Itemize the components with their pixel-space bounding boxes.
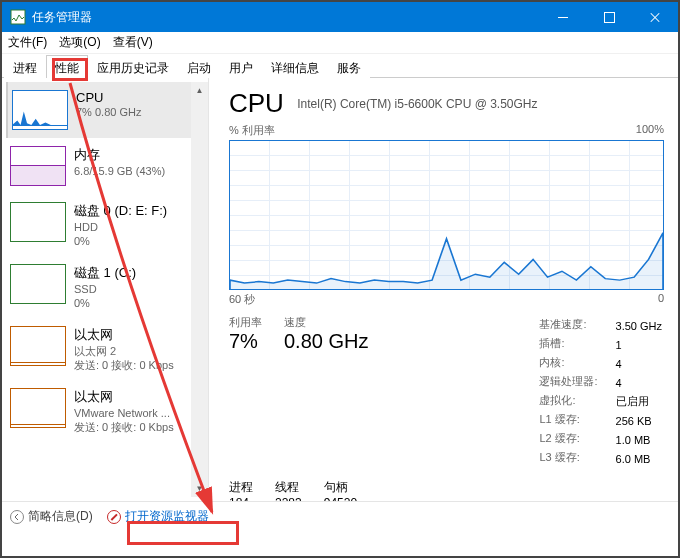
- proc-label: 进程: [229, 479, 253, 496]
- tab-app-history[interactable]: 应用历史记录: [88, 55, 178, 78]
- disk1-sub1: SSD: [74, 282, 136, 296]
- spec-table: 基准速度:3.50 GHz 插槽:1 内核:4 逻辑处理器:4 虚拟化:已启用 …: [537, 315, 664, 469]
- tab-startup[interactable]: 启动: [178, 55, 220, 78]
- memory-thumb-icon: [10, 146, 66, 186]
- scroll-up-icon[interactable]: ▲: [191, 82, 208, 99]
- eth0-title: 以太网: [74, 326, 174, 344]
- resource-monitor-icon: [107, 510, 121, 524]
- chart-ymax: 100%: [636, 123, 664, 138]
- util-label: 利用率: [229, 315, 262, 330]
- page-title: CPU: [229, 88, 284, 119]
- open-resource-monitor-link[interactable]: 打开资源监视器: [107, 508, 209, 525]
- speed-label: 速度: [284, 315, 368, 330]
- eth1-title: 以太网: [74, 388, 174, 406]
- disk-thumb-icon: [10, 264, 66, 304]
- ethernet-thumb-icon: [10, 326, 66, 366]
- chart-xrange: 60 秒: [229, 292, 255, 307]
- thread-value: 2283: [275, 496, 302, 501]
- tabs: 进程 性能 应用历史记录 启动 用户 详细信息 服务: [2, 54, 678, 78]
- util-value: 7%: [229, 330, 262, 353]
- eth0-sub2: 发送: 0 接收: 0 Kbps: [74, 358, 174, 372]
- eth1-sub2: 发送: 0 接收: 0 Kbps: [74, 420, 174, 434]
- chevron-icon: [10, 510, 24, 524]
- memory-title: 内存: [74, 146, 165, 164]
- handle-label: 句柄: [324, 479, 357, 496]
- sidebar-item-cpu[interactable]: CPU 7% 0.80 GHz: [6, 82, 208, 138]
- sidebar-item-eth0[interactable]: 以太网 以太网 2 发送: 0 接收: 0 Kbps: [6, 318, 208, 380]
- cpu-sub: 7% 0.80 GHz: [76, 105, 141, 119]
- chart-xend: 0: [658, 292, 664, 307]
- scroll-down-icon[interactable]: ▼: [191, 480, 208, 497]
- close-button[interactable]: [632, 2, 678, 32]
- disk-thumb-icon: [10, 202, 66, 242]
- maximize-button[interactable]: [586, 2, 632, 32]
- tab-details[interactable]: 详细信息: [262, 55, 328, 78]
- proc-value: 184: [229, 496, 253, 501]
- fewer-details-button[interactable]: 简略信息(D): [10, 508, 93, 525]
- cpu-model: Intel(R) Core(TM) i5-6600K CPU @ 3.50GHz: [297, 97, 537, 111]
- cpu-chart: [229, 140, 664, 290]
- disk0-title: 磁盘 0 (D: E: F:): [74, 202, 167, 220]
- sidebar-item-memory[interactable]: 内存 6.8/15.9 GB (43%): [6, 138, 208, 194]
- sidebar-item-eth1[interactable]: 以太网 VMware Network ... 发送: 0 接收: 0 Kbps: [6, 380, 208, 442]
- disk0-sub2: 0%: [74, 234, 167, 248]
- sidebar: CPU 7% 0.80 GHz 内存 6.8/15.9 GB (43%) 磁盘 …: [2, 78, 209, 501]
- eth0-sub1: 以太网 2: [74, 344, 174, 358]
- tab-users[interactable]: 用户: [220, 55, 262, 78]
- sidebar-scrollbar[interactable]: ▲ ▼: [191, 82, 208, 497]
- sidebar-item-disk0[interactable]: 磁盘 0 (D: E: F:) HDD 0%: [6, 194, 208, 256]
- disk1-sub2: 0%: [74, 296, 136, 310]
- minimize-button[interactable]: [540, 2, 586, 32]
- handle-value: 94520: [324, 496, 357, 501]
- chart-ylabel: % 利用率: [229, 123, 275, 138]
- thread-label: 线程: [275, 479, 302, 496]
- tab-processes[interactable]: 进程: [4, 55, 46, 78]
- tab-performance[interactable]: 性能: [46, 55, 88, 78]
- cpu-thumb-icon: [12, 90, 68, 130]
- disk0-sub1: HDD: [74, 220, 167, 234]
- menu-options[interactable]: 选项(O): [59, 34, 100, 51]
- window-title: 任务管理器: [32, 9, 92, 26]
- menubar: 文件(F) 选项(O) 查看(V): [2, 32, 678, 54]
- menu-view[interactable]: 查看(V): [113, 34, 153, 51]
- cpu-title: CPU: [76, 90, 141, 105]
- eth1-sub1: VMware Network ...: [74, 406, 174, 420]
- disk1-title: 磁盘 1 (C:): [74, 264, 136, 282]
- memory-sub: 6.8/15.9 GB (43%): [74, 164, 165, 178]
- ethernet-thumb-icon: [10, 388, 66, 428]
- app-icon: [10, 9, 26, 25]
- speed-value: 0.80 GHz: [284, 330, 368, 353]
- tab-services[interactable]: 服务: [328, 55, 370, 78]
- sidebar-item-disk1[interactable]: 磁盘 1 (C:) SSD 0%: [6, 256, 208, 318]
- menu-file[interactable]: 文件(F): [8, 34, 47, 51]
